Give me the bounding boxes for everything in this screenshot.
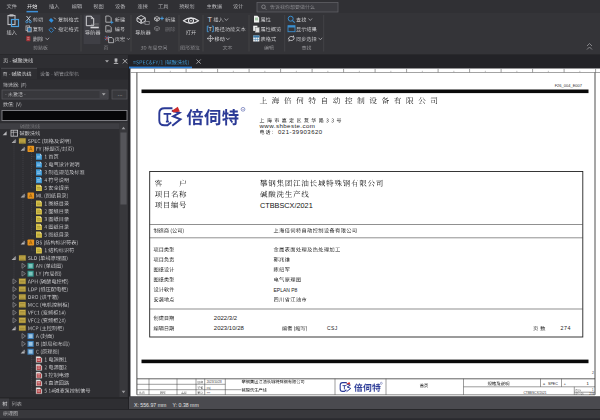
- svg-text:T: T: [208, 15, 213, 24]
- svg-text:EPLAN P8: EPLAN P8: [274, 287, 298, 293]
- svg-text:2: 2: [592, 371, 594, 375]
- svg-text:021-39903620: 021-39903620: [278, 129, 323, 135]
- svg-text:X: 556.97 mm: X: 556.97 mm: [134, 402, 166, 408]
- svg-text:=: =: [543, 382, 545, 386]
- svg-text:...: ...: [118, 91, 123, 97]
- svg-text:F26_004_E007: F26_004_E007: [555, 83, 583, 88]
- svg-text:CSJ: CSJ: [327, 325, 338, 331]
- svg-text:www.shbeste.com: www.shbeste.com: [259, 122, 316, 129]
- svg-text:CTBBSCX/2021: CTBBSCX/2021: [260, 201, 313, 210]
- svg-text:274: 274: [561, 325, 571, 331]
- svg-text:CTBBSCX/2021: CTBBSCX/2021: [523, 391, 546, 395]
- svg-text:R: R: [242, 108, 244, 111]
- svg-text:Y: 0.38 mm: Y: 0.38 mm: [173, 402, 199, 408]
- svg-text:274: 274: [589, 392, 594, 396]
- svg-text:2023/10/28: 2023/10/28: [214, 325, 245, 331]
- svg-text:csj: csj: [207, 386, 211, 390]
- svg-text:2022/3/2: 2022/3/2: [214, 315, 238, 321]
- svg-text:+: +: [564, 382, 566, 386]
- svg-text:2023/10/28: 2023/10/28: [207, 380, 222, 384]
- svg-text:SPEC: SPEC: [548, 382, 558, 386]
